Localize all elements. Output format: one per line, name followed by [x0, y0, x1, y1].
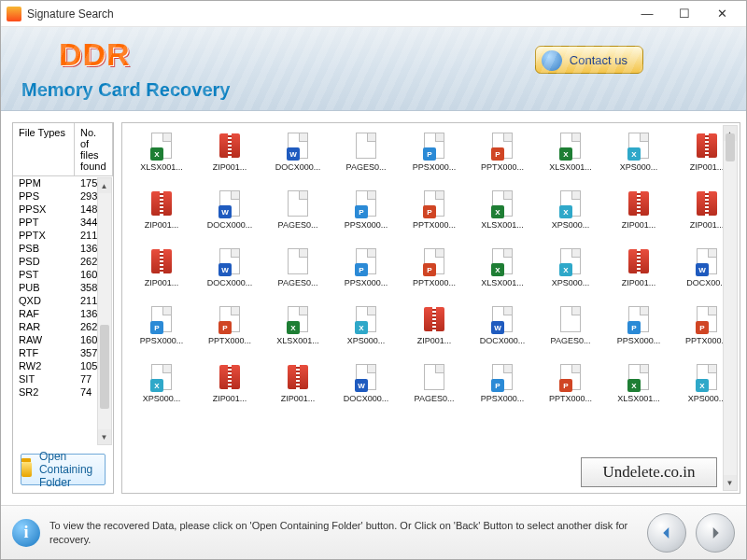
scroll-up-icon[interactable]: ▲ — [98, 178, 111, 193]
file-label: PPSX000... — [406, 162, 463, 172]
file-label: PPSX000... — [474, 394, 531, 403]
file-item[interactable]: ZIP001... — [134, 246, 190, 287]
file-item[interactable]: XXLSX001... — [474, 189, 531, 230]
grid-row: ZIP001...WDOCX000...PAGES0...PPPSX000...… — [134, 246, 736, 287]
footer-hint: To view the recovered Data, please click… — [49, 519, 638, 546]
file-item[interactable]: PPPSX000... — [134, 304, 190, 345]
file-item[interactable]: XXLSX001... — [543, 131, 599, 172]
file-item[interactable]: WDOCX000... — [270, 131, 327, 172]
xls-file-icon: X — [489, 246, 515, 276]
grid-row: ZIP001...WDOCX000...PAGES0...PPPSX000...… — [134, 189, 736, 230]
file-item[interactable]: ZIP001... — [202, 131, 259, 172]
file-item[interactable]: WDOCX000... — [202, 246, 259, 287]
file-item[interactable]: ZIP001... — [611, 246, 668, 287]
close-button[interactable]: ✕ — [703, 2, 740, 26]
scroll-thumb[interactable] — [726, 133, 735, 161]
info-icon: i — [12, 519, 40, 547]
file-item[interactable]: XXLSX001... — [134, 131, 190, 172]
file-item[interactable]: ZIP001... — [611, 189, 668, 230]
zip-file-icon — [148, 246, 175, 276]
cell-type: PPSX — [13, 203, 75, 216]
scroll-down-icon[interactable]: ▼ — [98, 429, 111, 444]
next-button[interactable] — [696, 513, 735, 553]
table-scrollbar[interactable]: ▲ ▼ — [97, 177, 112, 445]
file-item[interactable]: PPPSX000... — [474, 362, 531, 403]
minimize-button[interactable]: ― — [628, 2, 666, 26]
file-item[interactable]: PAGES0... — [270, 246, 327, 287]
content-area: File Types No. of files found PPM175PPS2… — [1, 111, 746, 505]
cell-type: RW2 — [13, 359, 75, 372]
file-item[interactable]: WDOCX000... — [202, 189, 259, 230]
maximize-button[interactable]: ☐ — [666, 2, 703, 26]
scroll-thumb[interactable] — [100, 325, 109, 409]
file-item[interactable]: XXPS000... — [543, 189, 599, 230]
xls-file-icon: X — [626, 362, 652, 392]
file-item[interactable]: XXLSX001... — [611, 362, 668, 403]
file-item[interactable]: PPPTX000... — [406, 246, 463, 287]
file-label: XPS000... — [543, 220, 599, 230]
header: DDR Memory Card Recovery Contact us — [1, 27, 746, 111]
panels: File Types No. of files found PPM175PPS2… — [12, 122, 735, 494]
cell-type: PST — [13, 268, 75, 281]
file-label: PAGES0... — [406, 394, 463, 403]
file-item[interactable]: PAGES0... — [406, 362, 463, 403]
ppt-file-icon: P — [489, 131, 515, 161]
file-label: PPSX000... — [338, 220, 395, 230]
file-item[interactable]: XXPS000... — [543, 246, 599, 287]
xps-file-icon: X — [557, 246, 584, 276]
file-item[interactable]: PAGES0... — [270, 189, 327, 230]
window-title: Signature Search — [27, 7, 628, 21]
contact-us-button[interactable]: Contact us — [535, 46, 643, 74]
folder-icon — [21, 462, 32, 477]
cell-type: PUB — [13, 281, 75, 294]
file-item[interactable]: PPPSX000... — [406, 131, 463, 172]
file-item[interactable]: XXLSX001... — [270, 304, 327, 345]
file-label: XLSX001... — [270, 336, 327, 345]
nav-buttons — [647, 513, 735, 553]
doc-file-icon: W — [353, 362, 379, 392]
cell-type: PPT — [13, 216, 75, 229]
file-item[interactable]: XXPS000... — [611, 131, 668, 172]
file-item[interactable]: PPPSX000... — [338, 246, 395, 287]
xps-file-icon: X — [694, 362, 720, 392]
file-types-table: File Types No. of files found PPM175PPS2… — [13, 123, 113, 446]
grid-scrollbar[interactable]: ▲ ▼ — [723, 125, 738, 491]
file-item[interactable]: WDOCX000... — [338, 362, 395, 403]
zip-file-icon — [694, 189, 720, 218]
file-item[interactable]: PPPTX000... — [474, 131, 531, 172]
file-item[interactable]: ZIP001... — [202, 362, 259, 403]
cell-type: SIT — [13, 372, 75, 385]
file-item[interactable]: PPPSX000... — [611, 304, 668, 345]
doc-file-icon: W — [694, 246, 720, 276]
col-count[interactable]: No. of files found — [75, 123, 113, 175]
file-item[interactable]: XXPS000... — [134, 362, 190, 403]
col-file-types[interactable]: File Types — [13, 123, 75, 175]
file-item[interactable]: PPPTX000... — [202, 304, 259, 345]
file-item[interactable]: ZIP001... — [406, 304, 463, 345]
file-item[interactable]: ZIP001... — [270, 362, 327, 403]
cell-type: PPS — [13, 189, 75, 203]
file-label: PPSX000... — [338, 278, 395, 287]
file-item[interactable]: PAGES0... — [543, 304, 599, 345]
file-label: XPS000... — [611, 162, 668, 172]
file-label: PPTX000... — [406, 220, 463, 230]
grid-row: XXPS000...ZIP001...ZIP001...WDOCX000...P… — [134, 362, 736, 403]
open-containing-folder-button[interactable]: Open Containing Folder — [21, 454, 106, 485]
files-grid-panel: XXLSX001...ZIP001...WDOCX000...PAGES0...… — [121, 122, 740, 494]
file-item[interactable]: PPPTX000... — [543, 362, 599, 403]
ppt-file-icon: P — [421, 246, 447, 276]
xps-file-icon: X — [353, 304, 379, 334]
file-item[interactable]: XXPS000... — [338, 304, 395, 345]
file-item[interactable]: PPPTX000... — [406, 189, 463, 230]
back-button[interactable] — [647, 513, 686, 553]
file-label: ZIP001... — [270, 394, 327, 403]
file-item[interactable]: PPPSX000... — [338, 189, 395, 230]
arrow-left-icon — [658, 525, 675, 541]
file-item[interactable]: PAGES0... — [338, 131, 395, 172]
cell-type: RAW — [13, 333, 75, 346]
file-label: DOCX000... — [270, 162, 327, 172]
file-item[interactable]: WDOCX000... — [474, 304, 531, 345]
file-item[interactable]: ZIP001... — [134, 189, 190, 230]
scroll-down-icon[interactable]: ▼ — [724, 475, 737, 490]
file-item[interactable]: XXLSX001... — [474, 246, 531, 287]
